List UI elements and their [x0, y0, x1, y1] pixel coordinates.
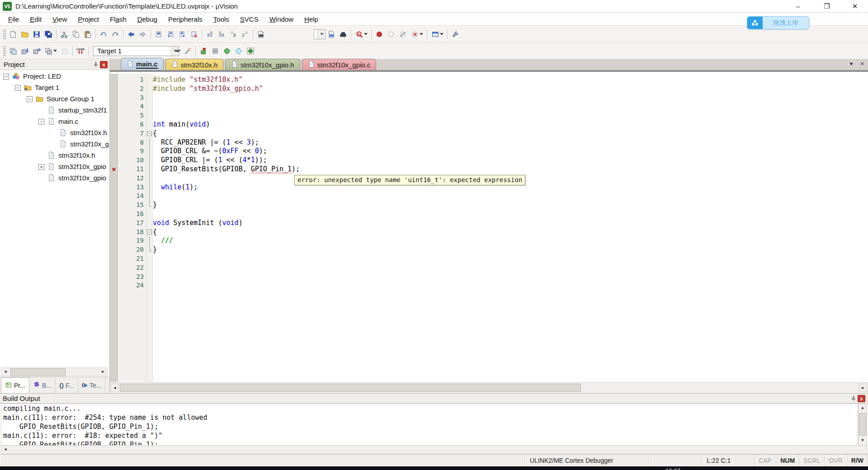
workspace-tab-b[interactable]: ?B...	[29, 377, 56, 393]
breakpoint-insert-button[interactable]	[373, 28, 385, 40]
tree-item-project-led[interactable]: −Project: LED	[0, 71, 109, 82]
menu-item-flash[interactable]: Flash	[104, 14, 132, 25]
menu-item-svcs[interactable]: SVCS	[235, 14, 264, 25]
configure-wrench-button[interactable]	[449, 28, 461, 40]
menu-item-tools[interactable]: Tools	[208, 14, 235, 25]
options-wand-button[interactable]	[182, 45, 193, 57]
document-tab-stm32f10x_gpio-c[interactable]: stm32f10x_gpio.c	[302, 59, 377, 70]
bookmark-prev-button[interactable]	[165, 28, 176, 40]
build-hscrollbar[interactable]: ◄	[1, 445, 867, 454]
fold-marker[interactable]: −	[146, 228, 153, 237]
editor-hscroll-thumb[interactable]	[120, 384, 581, 392]
close-button[interactable]: ✕	[844, 0, 865, 12]
build-button[interactable]	[19, 45, 31, 57]
rte-diamond-button[interactable]	[221, 45, 233, 57]
tree-item-stm32f10x-gpio[interactable]: stm32f10x_gpio	[0, 173, 109, 184]
pin-icon[interactable]	[849, 395, 858, 403]
menu-item-project[interactable]: Project	[72, 14, 104, 25]
menu-item-edit[interactable]: Edit	[24, 14, 47, 25]
menu-item-view[interactable]: View	[47, 14, 72, 25]
rebuild-button[interactable]	[31, 45, 42, 57]
select-packs-button[interactable]	[233, 45, 245, 57]
tree-expand-toggle[interactable]: −	[3, 74, 9, 80]
project-panel-close-icon[interactable]: x	[100, 61, 108, 68]
menu-item-window[interactable]: Window	[264, 14, 299, 25]
menu-item-help[interactable]: Help	[299, 14, 324, 25]
download-load-button[interactable]: LOAD	[75, 45, 86, 57]
tree-item-stm32f10x-g[interactable]: stm32f10x_g	[0, 139, 109, 150]
batch-build-button[interactable]	[42, 45, 59, 57]
indent-right-button[interactable]	[216, 28, 227, 40]
scroll-right-icon[interactable]: ►	[99, 368, 107, 376]
minimize-button[interactable]: –	[788, 0, 808, 12]
breakpoint-disable-all-button[interactable]	[397, 28, 409, 40]
scroll-up-icon[interactable]: ▲	[859, 404, 867, 412]
tree-item-stm32f10x-gpio[interactable]: +stm32f10x_gpio	[0, 161, 109, 173]
workspace-tab-pr[interactable]: Pr...	[1, 377, 29, 393]
bookmark-clear-button[interactable]	[188, 28, 200, 40]
stop-build-button[interactable]	[59, 45, 71, 57]
menu-item-debug[interactable]: Debug	[132, 14, 163, 25]
build-vscrollbar[interactable]: ▲ ▼	[858, 404, 867, 446]
document-tab-stm32f10x_gpio-h[interactable]: stm32f10x_gpio.h	[225, 59, 300, 70]
build-output-log[interactable]: compiling main.c...main.c(11): error: #2…	[1, 404, 858, 446]
nav-back-button[interactable]	[125, 28, 137, 40]
scroll-left-icon[interactable]: ◄	[1, 446, 9, 454]
bookmark-button[interactable]	[153, 28, 165, 40]
breakpoint-kill-all-button[interactable]	[409, 28, 425, 40]
tree-item-stm32f10x-h[interactable]: stm32f10x.h	[0, 127, 109, 139]
paste-button[interactable]	[82, 28, 94, 40]
nav-forward-button[interactable]	[137, 28, 149, 40]
incremental-find-button[interactable]	[326, 28, 337, 40]
scroll-left-icon[interactable]: ◄	[111, 384, 119, 392]
copy-button[interactable]	[70, 28, 82, 40]
fold-marker[interactable]: −	[146, 129, 153, 138]
scroll-left-icon[interactable]: ◄	[1, 368, 9, 376]
translate-button[interactable]	[7, 45, 19, 57]
document-tab-stm32f10x-h[interactable]: stm32f10x.h	[165, 59, 224, 70]
build-output-close-icon[interactable]: x	[858, 395, 865, 402]
workspace-tab-te[interactable]: 0Te...	[78, 377, 106, 393]
scroll-right-icon[interactable]: ►	[859, 384, 867, 392]
code-editor[interactable]: 1#include "stm32f10x.h"2#include "stm32f…	[110, 74, 868, 382]
cut-button[interactable]	[58, 28, 70, 40]
manage-items-button[interactable]	[198, 45, 209, 57]
save-all-button[interactable]	[42, 28, 54, 40]
scroll-down-icon[interactable]: ▼	[859, 437, 867, 445]
netdisk-upload-button[interactable]: 拖拽上传	[747, 16, 809, 29]
target-select-combobox[interactable]: Target 1	[93, 46, 179, 56]
editor-hscrollbar[interactable]: ◄ ►	[110, 382, 868, 393]
pack-installer-button[interactable]	[245, 45, 256, 57]
dropdown-arrow-icon[interactable]	[53, 50, 57, 52]
project-hscroll-thumb[interactable]	[10, 368, 66, 376]
breakpoint-enable-button[interactable]	[385, 28, 397, 40]
undo-button[interactable]	[98, 28, 109, 40]
comment-button[interactable]: //	[227, 28, 239, 40]
dropdown-arrow-icon[interactable]	[420, 33, 423, 35]
tree-expand-toggle[interactable]: −	[38, 119, 44, 125]
tree-item-source-group-1[interactable]: −Source Group 1	[0, 94, 109, 105]
menu-item-file[interactable]: File	[3, 14, 24, 25]
chevron-down-icon[interactable]	[317, 30, 325, 39]
document-tab-main-c[interactable]: main.c	[121, 58, 164, 70]
tree-item-stm32f10x-h[interactable]: stm32f10x.h	[0, 150, 109, 161]
document-close-icon[interactable]: ✕	[858, 61, 866, 67]
tree-expand-toggle[interactable]: −	[27, 96, 33, 102]
tree-expand-toggle[interactable]: −	[15, 85, 21, 91]
pin-icon[interactable]	[92, 61, 100, 69]
uncomment-button[interactable]: //	[239, 28, 251, 40]
tab-scroll-down-icon[interactable]: ▼	[847, 61, 855, 66]
menu-item-peripherals[interactable]: Peripherals	[163, 14, 208, 25]
find-combobox[interactable]	[314, 29, 326, 39]
workspace-tab-f[interactable]: {}F...	[56, 377, 78, 393]
tree-item-target-1[interactable]: −Target 1	[0, 82, 109, 94]
debug-windows-button[interactable]	[429, 28, 445, 40]
find-magnifier-button[interactable]: a	[353, 28, 369, 40]
tree-item-main-c[interactable]: −main.c	[0, 116, 109, 127]
chevron-down-icon[interactable]	[171, 47, 179, 56]
binoculars-button[interactable]	[337, 28, 349, 40]
redo-button[interactable]	[109, 28, 121, 40]
manage-books-button[interactable]	[209, 45, 221, 57]
find-in-files-button[interactable]	[255, 28, 267, 40]
project-hscrollbar[interactable]: ◄ ►	[1, 367, 108, 376]
